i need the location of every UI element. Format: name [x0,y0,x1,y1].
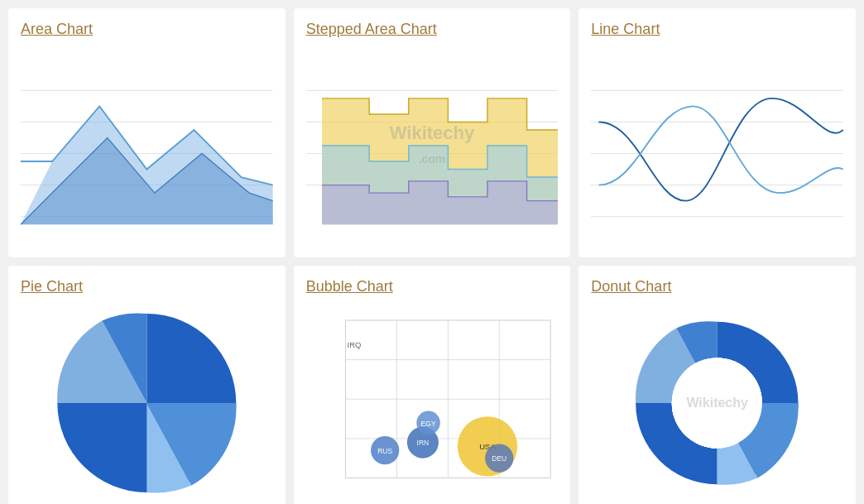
svg-text:EGY: EGY [420,420,435,428]
svg-text:RUS: RUS [377,447,392,455]
area-chart-title: Area Chart [21,21,273,38]
line-chart-svg [591,46,843,245]
pie-chart-title: Pie Chart [21,278,273,295]
donut-chart-svg [591,304,843,502]
area-chart-area [21,46,273,245]
svg-text:IRQ: IRQ [347,340,361,349]
stepped-area-chart-area: Wikitechy .com [306,46,559,245]
donut-chart-card: Donut Chart [578,266,856,504]
chart-grid: Area Chart Stepped Area Chart [8,8,856,504]
area-chart-card: Area Chart [8,8,286,257]
stepped-area-chart-title: Stepped Area Chart [306,21,559,38]
bubble-chart-svg: IRQ RUS IRN EGY USA DEU [306,304,559,502]
bubble-chart-card: Bubble Chart IRQ RUS IRN [294,266,571,504]
donut-chart-title: Donut Chart [591,278,843,295]
line-chart-title: Line Chart [591,21,843,38]
pie-chart-svg [21,304,273,502]
svg-text:IRN: IRN [416,439,429,447]
area-chart-svg [21,46,273,245]
pie-chart-card: Pie Chart [8,266,286,504]
svg-text:DEU: DEU [492,454,506,463]
pie-chart-area [21,304,273,502]
bubble-chart-title: Bubble Chart [306,278,559,295]
bubble-chart-area: IRQ RUS IRN EGY USA DEU [306,304,559,502]
line-chart-area [591,46,843,245]
stepped-area-chart-card: Stepped Area Chart [294,8,571,257]
svg-marker-13 [322,181,559,224]
svg-point-41 [672,358,762,448]
donut-chart-area: Wikitechy [591,304,843,502]
line-chart-card: Line Chart [578,8,856,257]
stepped-area-chart-svg [306,46,559,245]
